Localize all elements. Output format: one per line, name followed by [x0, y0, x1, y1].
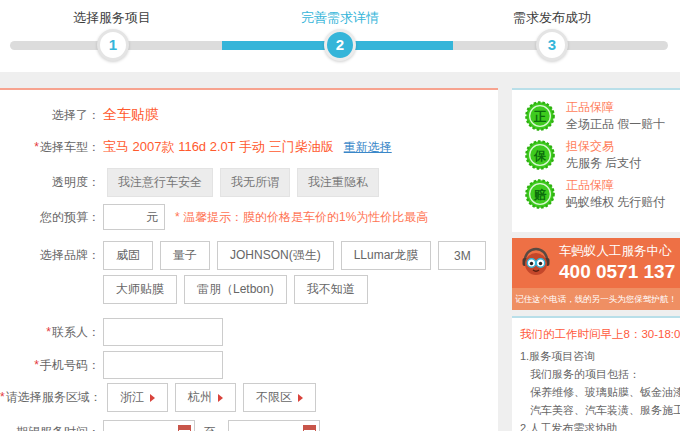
region-city-dropdown[interactable]: 杭州 [175, 383, 236, 412]
budget-hint: * 温馨提示：膜的价格是车价的1%为性价比最高 [175, 209, 428, 226]
brand-row: 选择品牌： 威固 量子 JOHNSON(强生) LLumar龙膜 3M 大师贴膜… [0, 241, 498, 309]
guarantee-desc: 蚂蚁维权 先行赔付 [566, 195, 665, 209]
brand-option-3m[interactable]: 3M [438, 241, 486, 270]
service-center-main: 车蚂蚁人工服务中心 400 0571 137 [512, 238, 680, 288]
brand-option-llumar[interactable]: LLumar龙膜 [341, 241, 432, 270]
service-time-label: 期望服务时间： [0, 424, 100, 431]
work-time-line: 我们服务的项目包括： [520, 365, 680, 383]
brand-option-unknown[interactable]: 我不知道 [294, 275, 368, 304]
phone-label: *手机号码： [0, 357, 100, 374]
region-city-value: 杭州 [188, 389, 212, 406]
contact-label: *联系人： [0, 324, 100, 341]
work-time-line: 保养维修、玻璃贴膜、钣金油漆、 [520, 383, 680, 401]
caret-right-icon [298, 394, 303, 402]
transparency-option-neutral[interactable]: 我无所谓 [220, 168, 290, 197]
brand-options-line-1: 威固 量子 JOHNSON(强生) LLumar龙膜 3M [103, 241, 493, 270]
guarantee-desc: 先服务 后支付 [566, 156, 641, 170]
budget-input[interactable]: 元 [103, 204, 165, 230]
contact-row: *联系人： [0, 318, 498, 346]
page: { "steps": { "items": [ { "number": "1",… [0, 0, 680, 431]
requirement-form-panel: 选择了： 全车贴膜 *选择车型： 宝马 2007款 116d 2.0T 手动 三… [0, 88, 498, 431]
guarantee-title: 担保交易 [566, 139, 641, 153]
guarantee-item-escrow: 保 担保交易 先服务 后支付 [512, 135, 680, 174]
work-time-line: 汽车美容、汽车装潢、服务施工等 [520, 401, 680, 419]
contact-input[interactable] [103, 318, 223, 346]
brand-option-johnson[interactable]: JOHNSON(强生) [217, 241, 334, 270]
work-time-line: 1.服务项目咨询 [520, 347, 680, 365]
region-label-text: 请选择服务区域： [6, 390, 102, 404]
step-circle-1: 1 [97, 29, 129, 61]
step-circle-2-active: 2 [324, 29, 356, 61]
region-district-dropdown[interactable]: 不限区 [243, 383, 316, 412]
guarantee-title: 正品保障 [566, 178, 665, 192]
transparency-label: 透明度： [0, 174, 100, 191]
transparency-option-safety[interactable]: 我注意行车安全 [107, 168, 213, 197]
required-mark: * [46, 325, 51, 339]
escrow-seal-icon: 保 [524, 139, 556, 171]
budget-unit: 元 [146, 209, 158, 226]
guarantee-text: 正品保障 全场正品 假一赔十 [566, 100, 665, 131]
car-model-value: 宝马 2007款 116d 2.0T 手动 三门柴油版 [103, 138, 334, 156]
brand-option-letbon[interactable]: 雷朋（Letbon) [184, 275, 287, 304]
guarantee-title: 正品保障 [566, 100, 665, 114]
phone-label-text: 手机号码： [40, 358, 100, 372]
region-row: *请选择服务区域： 浙江 杭州 不限区 [0, 383, 498, 412]
step-circle-3: 3 [536, 29, 568, 61]
caret-right-icon [150, 394, 155, 402]
required-mark: * [34, 140, 39, 154]
compensate-seal-icon: 赔 [524, 178, 556, 210]
step-label-1: 选择服务项目 [12, 9, 212, 27]
region-label: *请选择服务区域： [0, 389, 100, 406]
service-time-row: 期望服务时间： 至 [0, 420, 498, 431]
brand-option-weigu[interactable]: 威固 [103, 241, 153, 270]
brand-options-line-2: 大师贴膜 雷朋（Letbon) 我不知道 [103, 275, 493, 304]
work-time-title: 我们的工作时间早上8：30-18:00 [520, 327, 680, 342]
genuine-seal-icon: 正 [524, 100, 556, 132]
selected-service-value: 全车贴膜 [103, 106, 159, 124]
guarantee-item-compensate: 赔 正品保障 蚂蚁维权 先行赔付 [512, 174, 680, 213]
guarantee-text: 担保交易 先服务 后支付 [566, 139, 641, 170]
transparency-option-privacy[interactable]: 我注重隐私 [297, 168, 379, 197]
service-center-slogan: 记住这个电话，线的另一头为您保驾护航！ [512, 288, 680, 310]
work-time-box: 我们的工作时间早上8：30-18:00 1.服务项目咨询 我们服务的项目包括： … [512, 316, 680, 431]
region-district-value: 不限区 [256, 389, 292, 406]
phone-input[interactable] [103, 351, 223, 379]
region-province-dropdown[interactable]: 浙江 [107, 383, 168, 412]
brand-options: 威固 量子 JOHNSON(强生) LLumar龙膜 3M 大师贴膜 雷朋（Le… [103, 241, 493, 309]
reselect-car-link[interactable]: 重新选择 [344, 139, 392, 156]
calendar-icon[interactable] [178, 425, 191, 431]
date-end-input[interactable] [228, 420, 320, 431]
service-center-title: 车蚂蚁人工服务中心 [559, 243, 675, 260]
brand-label: 选择品牌： [0, 247, 100, 264]
date-start-input[interactable] [103, 420, 195, 431]
car-model-row: *选择车型： 宝马 2007款 116d 2.0T 手动 三门柴油版 重新选择 [0, 138, 498, 156]
selected-service-label: 选择了： [0, 107, 100, 124]
service-center-box: 车蚂蚁人工服务中心 400 0571 137 记住这个电话，线的另一头为您保驾护… [512, 238, 680, 310]
caret-right-icon [218, 394, 223, 402]
budget-row: 您的预算： 元 * 温馨提示：膜的价格是车价的1%为性价比最高 [0, 204, 498, 230]
guarantee-desc: 全场正品 假一赔十 [566, 117, 665, 131]
phone-row: *手机号码： [0, 351, 498, 379]
step-label-3: 需求发布成功 [452, 9, 652, 27]
guarantee-text: 正品保障 蚂蚁维权 先行赔付 [566, 178, 665, 209]
budget-label: 您的预算： [0, 209, 100, 226]
svg-text:正: 正 [533, 109, 547, 123]
car-model-label: *选择车型： [0, 139, 100, 156]
required-mark: * [0, 390, 5, 404]
calendar-icon[interactable] [303, 425, 316, 431]
guarantee-item-genuine: 正 正品保障 全场正品 假一赔十 [512, 96, 680, 135]
service-center-phone-number: 400 0571 137 [559, 261, 675, 283]
selected-service-row: 选择了： 全车贴膜 [0, 106, 498, 124]
ant-mascot-icon [519, 246, 553, 280]
steps-header: 选择服务项目 完善需求详情 需求发布成功 1 2 3 [0, 0, 680, 72]
work-time-line: 2.人工发布需求协助 [520, 419, 680, 431]
contact-label-text: 联系人： [52, 325, 100, 339]
service-center-text: 车蚂蚁人工服务中心 400 0571 137 [559, 243, 675, 283]
car-model-label-text: 选择车型： [40, 140, 100, 154]
brand-option-liangzi[interactable]: 量子 [160, 241, 210, 270]
brand-option-dashi[interactable]: 大师贴膜 [103, 275, 177, 304]
step-label-2: 完善需求详情 [240, 9, 440, 27]
required-mark: * [34, 358, 39, 372]
region-province-value: 浙江 [120, 389, 144, 406]
svg-text:赔: 赔 [533, 187, 547, 201]
